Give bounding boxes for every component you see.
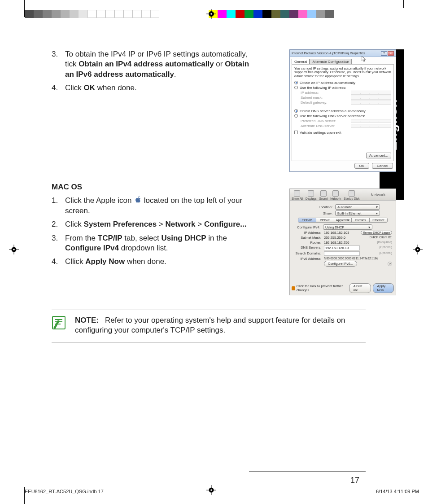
note-callout: NOTE: Refer to your operating system's h… — [52, 310, 366, 342]
print-footer: EEU8162_RT-AC52U_QSG.indb 17 6/14/13 4:1… — [25, 489, 419, 494]
apple-icon — [134, 196, 142, 204]
step-item: 4. Click OK when done. — [52, 83, 258, 93]
print-date: 6/14/13 4:11:09 PM — [376, 489, 419, 494]
advanced-button[interactable]: Advanced... — [366, 153, 391, 158]
step-item: 3. To obtain the IPv4 IP or IPv6 IP sett… — [52, 49, 258, 79]
help-icon[interactable]: ? — [388, 262, 392, 266]
help-icon[interactable]: ? — [381, 51, 387, 56]
registration-mark-icon — [9, 245, 19, 254]
page-number: 17 — [350, 476, 359, 485]
registration-mark-icon — [413, 245, 423, 254]
printer-color-bar — [25, 10, 428, 18]
step-item: 2. Click System Preferences > Network > … — [52, 219, 258, 229]
macos-heading: MAC OS — [52, 182, 366, 192]
step-item: 4. Cllick Apply Now when done. — [52, 257, 258, 267]
window-controls: ? × — [381, 51, 394, 56]
svg-point-8 — [13, 249, 15, 250]
document-body: 3. To obtain the IPv4 IP or IPv6 IP sett… — [52, 49, 366, 271]
registration-mark-icon — [206, 9, 216, 19]
assist-button[interactable]: Assist me... — [349, 283, 371, 293]
cancel-button[interactable]: Cancel — [372, 163, 393, 169]
svg-point-12 — [417, 249, 419, 250]
step-item: 1. Click the Apple icon located on the t… — [52, 196, 258, 216]
lock-icon — [292, 286, 295, 290]
step-item: 3. From the TCP/IP tab, select Using DHC… — [52, 233, 258, 254]
apply-now-button[interactable]: Apply Now — [373, 283, 394, 293]
svg-point-4 — [210, 13, 212, 15]
close-icon[interactable]: × — [388, 51, 394, 56]
note-text: Refer to your operating system's help an… — [75, 316, 345, 334]
file-name: EEU8162_RT-AC52U_QSG.indb 17 — [25, 489, 104, 494]
lock-toggle[interactable]: Click the lock to prevent further change… — [292, 284, 349, 292]
note-icon — [52, 316, 67, 333]
page-rule — [249, 471, 366, 472]
dialog-title: Network — [362, 193, 394, 197]
note-label: NOTE: — [75, 316, 99, 324]
